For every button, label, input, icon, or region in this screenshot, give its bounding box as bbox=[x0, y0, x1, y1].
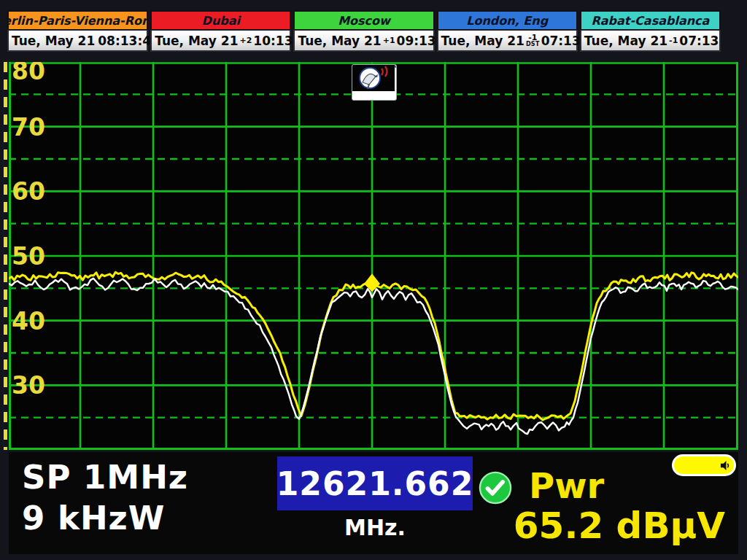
y-axis-labels: 304050607080 bbox=[12, 62, 45, 400]
bandwidth-readout: 9 kHzW bbox=[22, 499, 165, 537]
clock-date: Tue, May 21 bbox=[12, 34, 95, 48]
frequency-unit: MHz. bbox=[277, 515, 473, 540]
clock-time-row: Tue, May 21 +1 09:13 bbox=[293, 30, 434, 52]
power-label: Pwr bbox=[529, 465, 604, 506]
satellite-dish-icon bbox=[352, 65, 395, 91]
y-axis-tick-label: 50 bbox=[12, 242, 45, 271]
clock-time: 09:13 bbox=[397, 34, 436, 48]
speaker-icon bbox=[720, 460, 731, 471]
clock-utc-offset: -1 DST bbox=[526, 34, 540, 47]
clock-panel-london: London, Eng Tue, May 21 -1 DST 07:13:45 bbox=[437, 10, 578, 53]
spectrum-plot[interactable]: 304050607080 bbox=[9, 62, 738, 450]
clock-date: Tue, May 21 bbox=[155, 34, 238, 48]
clock-panel-moscow: Moscow Tue, May 21 +1 09:13 bbox=[293, 10, 434, 53]
clock-time-row: Tue, May 21 +2 10:13 bbox=[150, 30, 291, 52]
clock-date: Tue, May 21 bbox=[584, 34, 667, 48]
clock-time: 10:13 bbox=[253, 34, 293, 48]
clock-time-row: Tue, May 21 08:13:45 bbox=[7, 30, 148, 52]
clock-time: 07:13 bbox=[679, 34, 719, 48]
y-axis-dashed-line bbox=[4, 62, 7, 450]
clock-city-label: Rabat-Casablanca bbox=[591, 14, 709, 28]
y-axis-tick-label: 70 bbox=[12, 113, 45, 141]
clock-panel-dubai: Dubai Tue, May 21 +2 10:13 bbox=[150, 10, 291, 53]
world-clock-bar: Berlin-Paris-Vienna-Roma Tue, May 21 08:… bbox=[7, 10, 721, 53]
span-readout: SP 1MHz bbox=[22, 458, 188, 497]
clock-panel-rabat: Rabat-Casablanca Tue, May 21 -1 07:13 bbox=[580, 10, 721, 53]
spectrum-chart: 304050607080 DXSATCS.COM bbox=[9, 62, 738, 450]
y-axis-tick-label: 80 bbox=[12, 62, 45, 85]
clock-panel-berlin: Berlin-Paris-Vienna-Roma Tue, May 21 08:… bbox=[7, 10, 148, 53]
clock-city: Dubai bbox=[150, 10, 291, 30]
power-value: 65.2 dBµV bbox=[514, 505, 725, 547]
signal-lock-check-icon bbox=[479, 471, 512, 505]
grid-lines bbox=[9, 62, 738, 450]
clock-city-label: Moscow bbox=[338, 14, 390, 28]
clock-date: Tue, May 21 bbox=[441, 34, 525, 48]
clock-city-label: Berlin-Paris-Vienna-Roma bbox=[7, 14, 148, 28]
satellite-meter-screen: Berlin-Paris-Vienna-Roma Tue, May 21 08:… bbox=[0, 0, 747, 560]
clock-city-label: London, Eng bbox=[466, 14, 548, 28]
clock-city: London, Eng bbox=[437, 10, 578, 30]
clock-city: Berlin-Paris-Vienna-Roma bbox=[7, 10, 148, 30]
y-axis-tick-label: 40 bbox=[12, 307, 45, 335]
readout-panel: SP 1MHz 9 kHzW 12621.662 MHz. Pwr 65.2 d… bbox=[9, 452, 738, 554]
clock-city: Moscow bbox=[293, 10, 434, 30]
frequency-value: 12621.662 bbox=[276, 465, 474, 502]
y-axis-tick-label: 30 bbox=[12, 371, 45, 400]
clock-city: Rabat-Casablanca bbox=[580, 10, 721, 30]
clock-date: Tue, May 21 bbox=[298, 34, 381, 48]
clock-utc-offset: -1 bbox=[669, 36, 678, 44]
volume-indicator[interactable] bbox=[672, 454, 736, 476]
clock-utc-offset: +2 bbox=[239, 36, 252, 44]
trace-live bbox=[9, 279, 738, 434]
y-axis-tick-label: 60 bbox=[12, 177, 45, 206]
dxsatcs-logo: DXSATCS.COM bbox=[352, 64, 397, 101]
clock-utc-offset: +1 bbox=[383, 36, 395, 44]
frequency-display[interactable]: 12621.662 bbox=[277, 456, 473, 510]
clock-city-label: Dubai bbox=[202, 14, 240, 28]
clock-time-row: Tue, May 21 -1 DST 07:13:45 bbox=[437, 30, 578, 52]
clock-time-row: Tue, May 21 -1 07:13 bbox=[580, 30, 721, 52]
